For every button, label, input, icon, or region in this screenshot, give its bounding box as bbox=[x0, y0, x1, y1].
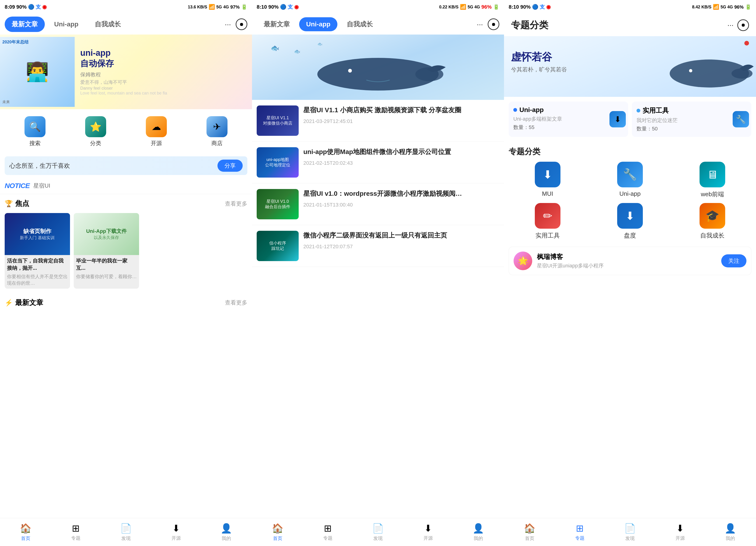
nav-topic-1[interactable]: ⊞ 专题 bbox=[71, 523, 80, 541]
app-icon-1: ◉ bbox=[42, 4, 47, 10]
pay-icon-1: 支 bbox=[36, 3, 41, 10]
topic-item-tools[interactable]: ✏ 实用工具 bbox=[509, 203, 586, 240]
top-tabs-right-2: ··· ⏺ bbox=[477, 18, 499, 30]
dots-icon-3[interactable]: ··· bbox=[727, 21, 734, 29]
article-list-2: 星宿UI V1.1对接微信小商店 星宿UI V1.1 小商店购买 激励视频资源下… bbox=[252, 100, 504, 267]
article-item-3[interactable]: 信小程序踩坑记 微信小程序二级界面没有返回上一级只有返回主页 2021-01-1… bbox=[252, 225, 504, 267]
topic-icon-mui: ⬇ bbox=[535, 162, 560, 187]
article-time-2: 2021-01-15T13:00:40 bbox=[303, 202, 499, 208]
nav-mine-3[interactable]: 👤 我的 bbox=[725, 523, 736, 542]
tab-uniapp-2[interactable]: Uni-app bbox=[299, 17, 337, 31]
focus-card-0[interactable]: 缺省页制作 新手入门 基础实训 活在当下，自我肯定自我接纳，抛开... 你要相信… bbox=[5, 213, 70, 289]
tab-growth-2[interactable]: 自我成长 bbox=[340, 17, 380, 32]
mine-icon-1: 👤 bbox=[221, 523, 232, 534]
banner-text-1: 心念所至，生万千喜欢 bbox=[9, 162, 70, 170]
icon-item-shop[interactable]: ✈ 商店 bbox=[207, 116, 227, 147]
hero-year: 2020年末总结 bbox=[2, 39, 28, 45]
time-3: 8:10 bbox=[509, 4, 519, 10]
article-item-0[interactable]: 星宿UI V1.1对接微信小商店 星宿UI V1.1 小商店购买 激励视频资源下… bbox=[252, 100, 504, 142]
topic-item-mui[interactable]: ⬇ MUI bbox=[509, 162, 586, 198]
nav-topic-3[interactable]: ⊞ 专题 bbox=[575, 523, 585, 541]
article-item-2[interactable]: 星宿UI V1.0融合后台插件 星宿UI v1.0：wordpress开源微信小… bbox=[252, 183, 504, 225]
nav-home-1[interactable]: 🏠 首页 bbox=[20, 523, 31, 542]
battery-1: 97% bbox=[230, 4, 240, 10]
nav-open-2[interactable]: ⬇ 开源 bbox=[423, 523, 433, 541]
status-right-2: 0.22 KB/S 📶 5G 4G 96% 🔋 bbox=[439, 4, 499, 10]
content-1: 2020年末总结 👨‍💻 未来 uni-app 自动保存 保姆教程 爱意不得，山… bbox=[0, 35, 252, 518]
article-info-2: 星宿UI v1.0：wordpress开源微信小程序激励视频阅… 2021-01… bbox=[303, 189, 499, 208]
time-1: 8:09 bbox=[5, 4, 15, 10]
hero-desc2: Danny feel closer bbox=[80, 86, 246, 91]
focus-more-1[interactable]: 查看更多 bbox=[225, 200, 247, 207]
nav-home-2[interactable]: 🏠 首页 bbox=[272, 523, 283, 542]
nav-discover-1[interactable]: 📄 发现 bbox=[120, 523, 132, 542]
tab-latest-1[interactable]: 最新文章 bbox=[5, 17, 45, 32]
status-bar-2: 8:10 90% 🔵 支 ◉ 0.22 KB/S 📶 5G 4G 96% 🔋 bbox=[252, 0, 504, 14]
whale-title: 虚怀若谷 bbox=[511, 50, 567, 64]
nav-label-home-3: 首页 bbox=[525, 535, 534, 542]
nav-label-discover-1: 发现 bbox=[121, 535, 131, 542]
topic-label-pandu: 盘度 bbox=[624, 231, 636, 240]
nav-discover-2[interactable]: 📄 发现 bbox=[372, 523, 384, 542]
nav-mine-1[interactable]: 👤 我的 bbox=[221, 523, 232, 542]
featured-tools[interactable]: 实用工具 我对它的定位迷茫 数量：50 🔧 bbox=[632, 101, 751, 137]
thumb-text-3: 信小程序踩坑记 bbox=[267, 238, 288, 254]
mine-icon-3: 👤 bbox=[725, 523, 736, 534]
status-left-1: 8:09 90% 🔵 支 ◉ bbox=[5, 3, 47, 10]
nav-topic-2[interactable]: ⊞ 专题 bbox=[323, 523, 332, 541]
open-nav-icon-3: ⬇ bbox=[676, 523, 684, 534]
hero-whale-3: 虚怀若谷 兮其若朴，旷兮其若谷 bbox=[504, 36, 756, 97]
article-item-1[interactable]: uni-app地图公司地理定位 uni-app使用Map地图组件微信小程序显示公… bbox=[252, 142, 504, 183]
topic-item-pandu[interactable]: ⬇ 盘度 bbox=[591, 203, 669, 240]
topic-item-uniapp[interactable]: 🔧 Uni-app bbox=[591, 162, 669, 198]
tab-growth-1[interactable]: 自我成长 bbox=[88, 17, 128, 32]
nav-label-home-1: 首页 bbox=[21, 535, 30, 542]
nav-open-3[interactable]: ⬇ 开源 bbox=[675, 523, 685, 541]
nav-discover-3[interactable]: 📄 发现 bbox=[624, 523, 636, 542]
top-tabs-2: 最新文章 Uni-app 自我成长 ··· ⏺ bbox=[252, 14, 504, 35]
topic-item-web[interactable]: 🖥 web前端 bbox=[674, 162, 751, 198]
author-card-3: 🌟 枫瑞博客 星宿UI开源uniapp多端小程序 关注 bbox=[509, 247, 751, 275]
focus-card-1[interactable]: Uni-App下载文件 以及永久保存 毕业一年半的我在一家互... 你要储蓄你的… bbox=[74, 213, 139, 289]
follow-button-3[interactable]: 关注 bbox=[721, 254, 746, 267]
share-button-1[interactable]: 分享 bbox=[217, 160, 243, 172]
notice-bar-1: NOTICE 星宿UI bbox=[0, 177, 252, 194]
article-time-3: 2021-01-12T20:07:57 bbox=[303, 244, 499, 250]
focus-card-title-0: 活在当下，自我肯定自我接纳，抛开... bbox=[7, 257, 68, 272]
latest-more-1[interactable]: 查看更多 bbox=[225, 299, 247, 306]
topic-main-title: 专题分类 bbox=[511, 19, 548, 31]
featured-tools-name: 实用工具 bbox=[643, 106, 669, 115]
topic-item-growth[interactable]: 🎓 自我成长 bbox=[674, 203, 751, 240]
icon-item-category[interactable]: ⭐ 分类 bbox=[85, 116, 106, 147]
hero-title1: uni-app bbox=[80, 48, 246, 58]
nav-open-1[interactable]: ⬇ 开源 bbox=[171, 523, 181, 541]
author-info-3: 枫瑞博客 星宿UI开源uniapp多端小程序 bbox=[537, 252, 717, 269]
icon-label-category: 分类 bbox=[90, 140, 101, 147]
4g-1: 4G bbox=[223, 5, 229, 10]
tab-latest-2[interactable]: 最新文章 bbox=[257, 17, 297, 32]
nav-label-mine-1: 我的 bbox=[222, 535, 231, 542]
dots-icon-2[interactable]: ··· bbox=[477, 20, 483, 29]
content-3: 虚怀若谷 兮其若朴，旷兮其若谷 Uni-app bbox=[504, 36, 756, 518]
bottom-nav-2: 🏠 首页 ⊞ 专题 📄 发现 ⬇ 开源 👤 我的 bbox=[252, 518, 504, 546]
nav-mine-2[interactable]: 👤 我的 bbox=[473, 523, 484, 542]
thumb-text-0: 星宿UI V1.1对接微信小商店 bbox=[261, 113, 295, 129]
icon-item-open[interactable]: ☁ 开源 bbox=[146, 116, 167, 147]
app-icon-2: ◉ bbox=[294, 4, 299, 10]
record-btn-1[interactable]: ⏺ bbox=[236, 18, 247, 30]
featured-uniapp[interactable]: Uni-app Uni-app多端框架文章 数量：55 ⬇ bbox=[509, 101, 628, 137]
icon-item-search[interactable]: 🔍 搜索 bbox=[25, 116, 45, 147]
record-btn-3[interactable]: ⏺ bbox=[737, 19, 749, 31]
hero-text-area-1: uni-app 自动保存 保姆教程 爱意不得，山海不可平 Danny feel … bbox=[75, 43, 252, 100]
author-desc-3: 星宿UI开源uniapp多端小程序 bbox=[537, 262, 717, 269]
record-btn-2[interactable]: ⏺ bbox=[488, 18, 499, 30]
dot-blue-tools bbox=[637, 109, 640, 112]
dots-icon-1[interactable]: ··· bbox=[225, 20, 231, 29]
featured-uniapp-desc: Uni-app多端框架文章 bbox=[513, 115, 623, 123]
nav-label-open-2: 开源 bbox=[423, 535, 433, 541]
article-thumb-3: 信小程序踩坑记 bbox=[257, 231, 299, 261]
tab-uniapp-1[interactable]: Uni-app bbox=[47, 17, 85, 31]
nav-home-3[interactable]: 🏠 首页 bbox=[524, 523, 535, 542]
focus-card-img-0: 缺省页制作 新手入门 基础实训 bbox=[5, 213, 70, 255]
banner-strip-1: 心念所至，生万千喜欢 分享 bbox=[5, 156, 247, 175]
